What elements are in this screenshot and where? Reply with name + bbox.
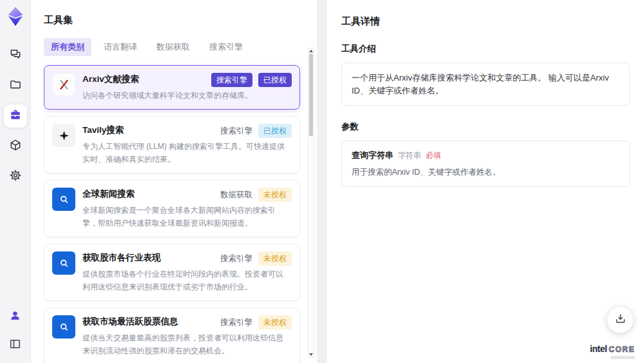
params-heading: 参数 — [341, 121, 630, 133]
scroll-down-arrow-icon[interactable] — [309, 353, 313, 356]
tool-category-tag: 搜索引擎 — [220, 317, 252, 328]
nav-folder-button[interactable] — [4, 74, 27, 97]
parameter-required-badge: 必填 — [426, 150, 441, 161]
parameter-description: 用于搜索的Arxiv ID、关键字或作者姓名。 — [352, 167, 620, 178]
search-blue-icon — [52, 188, 75, 211]
nav-panel-toggle-button[interactable] — [4, 333, 27, 357]
nav-settings-button[interactable] — [4, 165, 27, 188]
arxiv-icon — [52, 73, 75, 96]
category-tab-1[interactable]: 所有类别 — [44, 38, 91, 56]
search-blue-icon — [52, 315, 75, 338]
list-scrollbar[interactable] — [308, 48, 314, 358]
tool-name: 获取市场最活跃股票信息 — [82, 315, 215, 328]
parameter-header: 查询字符串 字符串 必填 — [352, 150, 620, 161]
page-title: 工具集 — [44, 14, 317, 26]
tool-cards-list: Arxiv文献搜索 搜索引擎 已授权 访问各个研究领域大量科学论文和文章的存储库… — [44, 64, 317, 363]
panel-toggle-icon — [9, 338, 21, 353]
parameter-name: 查询字符串 — [352, 150, 393, 161]
tool-description: 全球新闻搜索是一个聚合全球各大新闻网站内容的搜索引擎，帮助用户快速获取全球最新资… — [82, 204, 292, 230]
parameter-type: 字符串 — [398, 150, 421, 161]
scrollbar-thumb[interactable] — [309, 54, 313, 136]
tool-card[interactable]: 获取股市各行业表现 搜索引擎 未授权 提供股票市场各个行业在特定时间段内的表现。… — [44, 244, 300, 301]
tool-status-badge: 未授权 — [258, 188, 292, 202]
toolbox-icon — [9, 108, 22, 124]
tool-description: 提供股票市场各个行业在特定时间段内的表现。投资者可以利用这些信息来识别表现优于或… — [82, 268, 292, 293]
gear-icon — [9, 169, 22, 184]
tool-category-tag: 搜索引擎 — [220, 126, 252, 137]
detail-title: 工具详情 — [341, 15, 630, 28]
tool-name: Tavily搜索 — [82, 124, 215, 136]
tool-status-badge: 已授权 — [258, 124, 292, 138]
tool-name: Arxiv文献搜索 — [82, 73, 206, 85]
user-icon — [9, 309, 21, 324]
tool-card[interactable]: 获取市场最活跃股票信息 搜索引擎 未授权 提供当天交易量最高的股票列表，投资者可… — [44, 308, 300, 363]
search-blue-icon — [52, 251, 75, 275]
download-button[interactable] — [607, 306, 634, 333]
tool-category-tag: 数据获取 — [220, 190, 252, 201]
tool-list-panel: 工具集 所有类别语言翻译数据获取搜索引擎 Arxiv文献搜索 搜索引擎 已授权 … — [31, 0, 317, 363]
download-icon — [614, 313, 627, 328]
tool-card[interactable]: 全球新闻搜索 数据获取 未授权 全球新闻搜索是一个聚合全球各大新闻网站内容的搜索… — [44, 180, 300, 237]
tool-description: 访问各个研究领域大量科学论文和文章的存储库。 — [82, 90, 292, 102]
category-tab-2[interactable]: 语言翻译 — [97, 38, 144, 56]
brand-subtext-strip — [611, 356, 635, 359]
brand-core-text: core — [609, 345, 635, 354]
folder-icon — [9, 78, 22, 93]
nav-cube-button[interactable] — [4, 135, 27, 158]
tool-detail-panel: 工具详情 工具介绍 一个用于从Arxiv存储库搜索科学论文和文章的工具。 输入可… — [327, 0, 644, 363]
tool-status-badge: 已授权 — [258, 73, 292, 87]
app-sidebar — [0, 0, 31, 363]
intro-heading: 工具介绍 — [341, 43, 630, 55]
sidebar-nav — [4, 44, 27, 188]
scroll-up-arrow-icon[interactable] — [309, 50, 313, 52]
category-tab-4[interactable]: 搜索引擎 — [202, 38, 250, 56]
category-tab-3[interactable]: 数据获取 — [149, 38, 197, 56]
tool-status-badge: 未授权 — [258, 315, 292, 329]
tavily-icon — [52, 124, 75, 147]
tool-category-tag: 搜索引擎 — [211, 73, 252, 87]
parameter-box: 查询字符串 字符串 必填 用于搜索的Arxiv ID、关键字或作者姓名。 — [341, 141, 630, 187]
sidebar-bottom — [4, 305, 27, 357]
tool-description: 提供当天交易量最高的股票列表，投资者可以利用这些信息来识别流动性强的股票和潜在的… — [82, 332, 292, 357]
brand-intel-text: intel — [590, 344, 607, 354]
tool-category-tag: 搜索引擎 — [220, 253, 252, 264]
chat-icon — [9, 48, 22, 63]
nav-chat-button[interactable] — [4, 44, 27, 67]
category-tabs: 所有类别语言翻译数据获取搜索引擎 — [44, 38, 317, 56]
intro-box: 一个用于从Arxiv存储库搜索科学论文和文章的工具。 输入可以是Arxiv ID… — [341, 63, 630, 106]
tool-card[interactable]: Tavily搜索 搜索引擎 已授权 专为人工智能代理 (LLM) 构建的搜索引擎… — [44, 116, 300, 173]
app-logo-icon — [6, 5, 25, 27]
tool-card[interactable]: Arxiv文献搜索 搜索引擎 已授权 访问各个研究领域大量科学论文和文章的存储库… — [44, 65, 300, 110]
tool-name: 获取股市各行业表现 — [82, 251, 215, 264]
tool-status-badge: 未授权 — [258, 251, 292, 266]
nav-user-button[interactable] — [4, 305, 27, 328]
tool-name: 全球新闻搜索 — [82, 188, 215, 200]
intel-core-logo: intel core — [590, 344, 635, 354]
cube-icon — [9, 139, 22, 154]
tool-description: 专为人工智能代理 (LLM) 构建的搜索引擎工具。可快速提供实时、准确和真实的结… — [82, 141, 292, 166]
nav-toolbox-button[interactable] — [4, 104, 27, 128]
